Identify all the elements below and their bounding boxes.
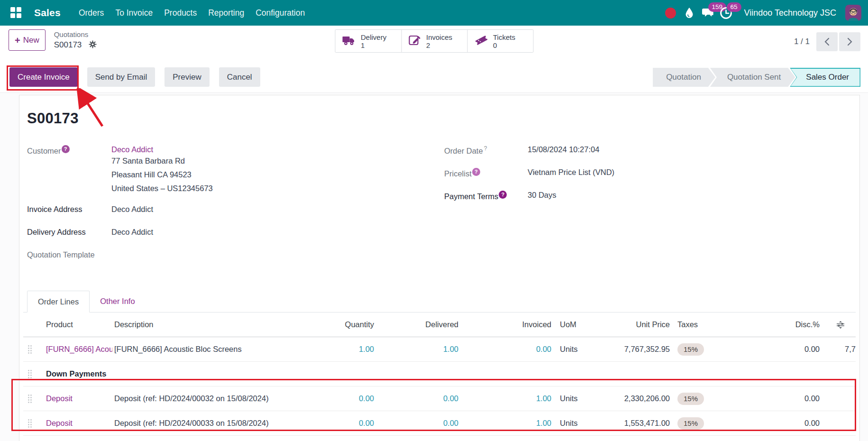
col-delivered[interactable]: Delivered [375,320,459,329]
droplet-icon[interactable] [682,6,696,20]
customer-address-line: Pleasant Hill CA 94523 [111,168,213,182]
menu-reporting[interactable]: Reporting [202,0,250,26]
order-line-invoiced[interactable]: 1.00 [459,394,552,403]
pager-value: 1 / 1 [794,37,810,46]
optional-columns-icon[interactable] [821,321,856,329]
messages-icon[interactable]: 159 [701,6,715,20]
order-line-row: Deposit Deposit (ref: HD/2024/00033 on 1… [23,411,856,436]
smart-button-delivery[interactable]: Delivery 1 [335,30,401,52]
order-line-product[interactable]: Deposit [37,419,112,428]
order-line-description[interactable]: Deposit (ref: HD/2024/00032 on 15/08/202… [112,394,331,403]
order-line-product[interactable]: [FURN_6666] Acou [37,345,112,354]
order-line-product[interactable]: Deposit [37,394,112,403]
order-line-delivered[interactable]: 0.00 [375,394,459,403]
col-taxes[interactable]: Taxes [671,320,732,329]
status-sales-order[interactable]: Sales Order [790,68,860,87]
smart-button-count: 1 [361,41,386,49]
order-line-invoiced[interactable]: 0.00 [459,345,552,354]
order-line-quantity[interactable]: 0.00 [331,394,375,403]
menu-to-invoice[interactable]: To Invoice [110,0,158,26]
order-line-unit-price[interactable]: 7,767,352.95 [603,345,671,354]
tab-other-info[interactable]: Other Info [90,291,145,312]
order-line-discount[interactable]: 0.00 [732,394,821,403]
order-line-delivered[interactable]: 1.00 [375,345,459,354]
order-line-invoiced[interactable]: 1.00 [459,419,552,428]
help-icon[interactable]: ? [62,145,70,153]
order-line-discount[interactable]: 0.00 [732,419,821,428]
order-date-value[interactable]: 15/08/2024 10:27:04 [528,144,599,158]
app-name[interactable]: Sales [34,7,61,18]
delivery-address-value[interactable]: Deco Addict [111,227,153,241]
cancel-button[interactable]: Cancel [219,67,260,87]
breadcrumb-quotations[interactable]: Quotations [54,30,97,39]
order-line-taxes[interactable]: 15% [671,417,732,430]
pricelist-label: Pricelist [444,169,472,178]
order-line-uom[interactable]: Units [552,419,603,428]
order-lines-body: [FURN_6666] Acou [FURN_6666] Acoustic Bl… [23,337,856,436]
order-line-quantity[interactable]: 1.00 [331,345,375,354]
order-line-quantity[interactable]: 0.00 [331,419,375,428]
company-name[interactable]: Viindoo Technology JSC [744,8,836,18]
order-line-uom[interactable]: Units [552,345,603,354]
drag-handle-icon[interactable] [23,345,37,354]
order-line-delivered[interactable]: 0.00 [375,419,459,428]
order-line-taxes[interactable]: 15% [671,343,732,356]
record-dot-icon[interactable] [664,6,678,20]
pricelist-value[interactable]: Vietnam Price List (VND) [528,167,614,181]
pager-next-button[interactable] [839,32,860,51]
create-invoice-button[interactable]: Create Invoice [9,67,78,87]
order-line-description[interactable]: [FURN_6666] Acoustic Bloc Screens [112,345,331,354]
help-icon[interactable]: ? [472,168,480,176]
order-line-row: Deposit Deposit (ref: HD/2024/00032 on 1… [23,386,856,411]
menu-products[interactable]: Products [158,0,202,26]
order-line-uom[interactable]: Units [552,394,603,403]
payment-terms-value[interactable]: 30 Days [528,190,557,204]
pager-previous-button[interactable] [816,32,838,51]
customer-link[interactable]: Deco Addict [111,144,213,154]
menu-orders[interactable]: Orders [73,0,110,26]
col-uom[interactable]: UoM [552,320,603,329]
help-icon[interactable]: ? [499,191,507,199]
drag-handle-icon[interactable] [23,369,37,379]
control-panel: + New Quotations S00173 [0,26,868,57]
new-button[interactable]: + New [9,29,46,51]
drag-handle-icon[interactable] [23,394,37,404]
col-product[interactable]: Product [37,320,112,329]
order-line-description[interactable]: Deposit (ref: HD/2024/00033 on 15/08/202… [112,419,331,428]
order-line-discount[interactable]: 0.00 [732,345,821,354]
apps-grid-icon[interactable] [10,7,22,18]
col-unit-price[interactable]: Unit Price [603,320,671,329]
tax-badge: 15% [677,393,704,405]
payment-terms-label: Payment Terms [444,192,498,201]
menu-configuration[interactable]: Configuration [250,0,311,26]
invoice-address-value[interactable]: Deco Addict [111,204,153,218]
smart-button-tickets[interactable]: Tickets 0 [467,30,533,52]
order-line-taxes[interactable]: 15% [671,393,732,405]
quotation-template-label: Quotation Template [27,249,111,264]
col-disc[interactable]: Disc.% [732,320,821,329]
col-description[interactable]: Description [112,320,331,329]
pager: 1 / 1 [794,32,860,51]
drag-handle-icon[interactable] [23,419,37,428]
help-icon[interactable]: ? [484,145,487,152]
status-quotation-sent[interactable]: Quotation Sent [710,68,795,87]
user-avatar[interactable] [845,5,861,21]
status-pipeline: Quotation Quotation Sent Sales Order [653,68,860,87]
order-line-row: [FURN_6666] Acou [FURN_6666] Acoustic Bl… [23,337,856,362]
activities-clock-icon[interactable]: 65 [719,6,733,20]
tab-order-lines[interactable]: Order Lines [27,291,90,312]
field-invoice-address: Invoice Address Deco Addict [27,204,444,218]
col-invoiced[interactable]: Invoiced [459,320,552,329]
preview-button[interactable]: Preview [164,67,209,87]
gear-icon[interactable] [89,40,97,50]
sales-order-screen: Sales Orders To Invoice Products Reporti… [0,0,868,441]
order-line-unit-price[interactable]: 1,553,471.00 [603,419,671,428]
order-lines-header: Product Description Quantity Delivered I… [23,312,856,337]
field-customer: Customer? Deco Addict 77 Santa Barbara R… [27,144,444,195]
col-quantity[interactable]: Quantity [331,320,375,329]
section-name[interactable]: Down Payments [37,369,856,378]
status-quotation[interactable]: Quotation [653,68,715,87]
send-by-email-button[interactable]: Send by Email [87,67,155,87]
smart-button-invoices[interactable]: Invoices 2 [401,30,467,52]
order-line-unit-price[interactable]: 2,330,206.00 [603,394,671,403]
